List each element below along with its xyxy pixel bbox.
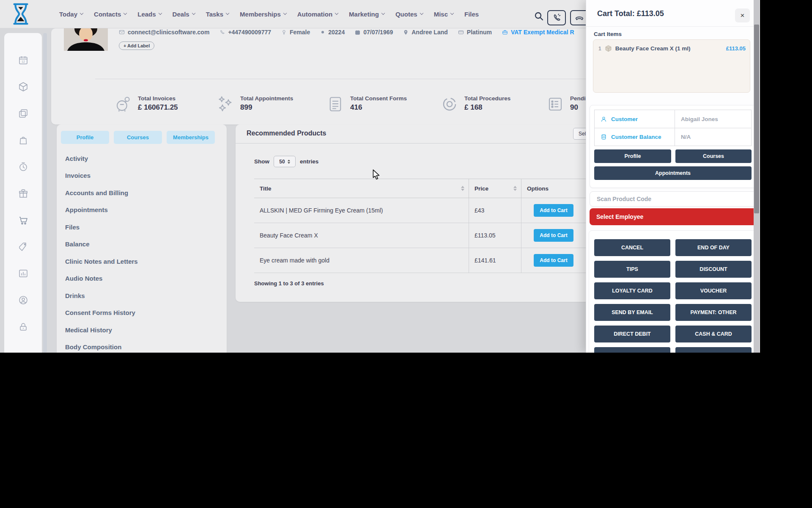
cancel-button[interactable]: CANCEL xyxy=(594,239,670,256)
menu-item-files[interactable]: Files xyxy=(65,218,138,236)
stat-total-consent-forms: Total Consent Forms416 xyxy=(326,95,407,113)
end-of-day-button[interactable]: END OF DAY xyxy=(675,239,752,256)
menu-item-invoices[interactable]: Invoices xyxy=(65,167,138,185)
shopping-bag-icon[interactable] xyxy=(18,135,28,145)
menu-item-audio-notes[interactable]: Audio Notes xyxy=(65,270,138,287)
nav-deals[interactable]: Deals xyxy=(173,11,195,18)
briefcase-icon xyxy=(502,29,508,35)
menu-item-clinic-notes[interactable]: Clinic Notes and Letters xyxy=(65,253,138,270)
cart-appointments-button[interactable]: Appointments xyxy=(594,166,752,180)
cash-and-card-button[interactable]: CASH & CARD xyxy=(675,326,752,342)
gender-icon xyxy=(281,30,287,35)
mouse-cursor xyxy=(371,169,381,182)
menu-item-drinks[interactable]: Drinks xyxy=(65,287,138,304)
contact-location: Andree Land xyxy=(403,29,448,36)
nav-quotes[interactable]: Quotes xyxy=(395,11,423,18)
product-title-cell: Beauty Face Cream X xyxy=(254,223,469,248)
select-employee-button[interactable]: Select Employee xyxy=(590,208,757,225)
profile-menu-list: Activity Invoices Accounts and Billing A… xyxy=(65,150,138,353)
panel-scrollbar-thumb[interactable] xyxy=(754,25,759,213)
menu-item-body-composition[interactable]: Body Composition xyxy=(65,339,138,353)
nav-automation[interactable]: Automation xyxy=(297,11,338,18)
lock-icon[interactable] xyxy=(18,322,28,332)
cart-courses-button[interactable]: Courses xyxy=(675,149,752,163)
customer-balance-value-field[interactable]: N/A xyxy=(675,128,751,146)
nav-contacts[interactable]: Contacts xyxy=(94,11,126,18)
column-header-title[interactable]: Title xyxy=(254,179,469,198)
page-size-select[interactable]: 50 xyxy=(274,156,296,167)
stat-total-appointments: Total Appointments899 xyxy=(217,95,293,113)
customer-value-field[interactable]: Abigail Jones xyxy=(675,110,751,128)
nav-marketing[interactable]: Marketing xyxy=(349,11,384,18)
search-icon[interactable] xyxy=(534,11,544,23)
chevron-down-icon xyxy=(381,11,385,15)
gift-icon[interactable] xyxy=(18,188,28,199)
discount-button[interactable]: DISCOUNT xyxy=(675,261,752,278)
clipped-action-button[interactable] xyxy=(675,347,752,353)
phone-call-button[interactable] xyxy=(547,10,566,25)
direct-debit-button[interactable]: DIRECT DEBIT xyxy=(594,326,670,342)
tab-memberships[interactable]: Memberships xyxy=(167,131,215,144)
add-to-cart-button[interactable]: Add to Cart xyxy=(534,254,573,267)
phone-icon xyxy=(219,30,225,35)
donut-chart-icon xyxy=(441,95,458,113)
map-pin-icon xyxy=(403,30,409,35)
nav-tasks[interactable]: Tasks xyxy=(206,11,229,18)
sort-icon xyxy=(461,186,464,191)
account-icon[interactable] xyxy=(18,295,28,305)
voucher-button[interactable]: VOUCHER xyxy=(675,282,752,299)
clinic-logo-hourglass-icon[interactable] xyxy=(9,2,32,28)
menu-item-activity[interactable]: Activity xyxy=(65,150,138,167)
chevron-down-icon xyxy=(158,11,162,15)
clipped-action-button[interactable] xyxy=(594,347,670,353)
contact-id: 20224 xyxy=(320,29,345,36)
nav-today[interactable]: Today xyxy=(59,11,83,18)
send-by-email-button[interactable]: SEND BY EMAIL xyxy=(594,304,670,321)
product-price-cell: £113.05 xyxy=(469,223,521,248)
cart-item-qty: 1 xyxy=(598,46,601,52)
column-header-price[interactable]: Price xyxy=(469,179,521,198)
loyalty-card-button[interactable]: LOYALTY CARD xyxy=(594,282,670,299)
nav-misc[interactable]: Misc xyxy=(434,11,453,18)
menu-item-medical-history[interactable]: Medical History xyxy=(65,321,138,339)
price-tags-icon[interactable] xyxy=(18,242,28,252)
cart-item[interactable]: 1 Beauty Face Cream X (1 ml) £113.05 xyxy=(598,45,746,52)
close-icon[interactable]: × xyxy=(735,8,750,22)
menu-item-consent-forms-history[interactable]: Consent Forms History xyxy=(65,304,138,322)
cart-profile-button[interactable]: Profile xyxy=(594,149,671,163)
sparkles-icon xyxy=(217,95,234,113)
layers-icon[interactable] xyxy=(18,108,28,119)
scan-product-code-input[interactable] xyxy=(590,191,757,207)
nav-files[interactable]: Files xyxy=(464,11,479,18)
contact-avatar xyxy=(64,28,108,51)
menu-item-balance[interactable]: Balance xyxy=(65,236,138,253)
nav-leads[interactable]: Leads xyxy=(137,11,161,18)
contact-vat-link[interactable]: VAT Exempt Medical R xyxy=(502,29,574,36)
tab-profile[interactable]: Profile xyxy=(61,131,109,144)
main-scrollbar[interactable] xyxy=(43,33,47,353)
payment-other-button[interactable]: PAYMENT: OTHER xyxy=(675,304,752,321)
coins-icon xyxy=(601,134,607,140)
package-icon[interactable] xyxy=(18,82,28,92)
phone-icon xyxy=(552,13,561,22)
menu-item-accounts-and-billing[interactable]: Accounts and Billing xyxy=(65,184,138,202)
main-nav: Today Contacts Leads Deals Tasks Members… xyxy=(59,0,479,28)
add-to-cart-button[interactable]: Add to Cart xyxy=(534,204,573,217)
history-icon[interactable] xyxy=(18,162,28,172)
bar-chart-icon[interactable] xyxy=(18,268,28,279)
add-to-cart-button[interactable]: Add to Cart xyxy=(534,229,573,242)
tab-courses[interactable]: Courses xyxy=(114,131,162,144)
tips-button[interactable]: TIPS xyxy=(594,261,670,278)
membership-card-icon xyxy=(458,29,464,35)
add-label-button[interactable]: + Add Label xyxy=(119,41,154,50)
chevron-down-icon xyxy=(335,11,338,15)
calendar-icon[interactable]: 12 xyxy=(18,55,28,65)
nav-memberships[interactable]: Memberships xyxy=(240,11,286,18)
contact-tier: Platinum xyxy=(458,29,492,36)
product-price-cell: £141.61 xyxy=(469,248,521,273)
calendar-icon xyxy=(355,30,360,35)
menu-item-appointments[interactable]: Appointments xyxy=(65,202,138,219)
cart-icon[interactable] xyxy=(18,215,28,225)
profile-tabs: Profile Courses Memberships xyxy=(61,131,215,144)
cart-item-name: Beauty Face Cream X (1 ml) xyxy=(615,45,691,52)
